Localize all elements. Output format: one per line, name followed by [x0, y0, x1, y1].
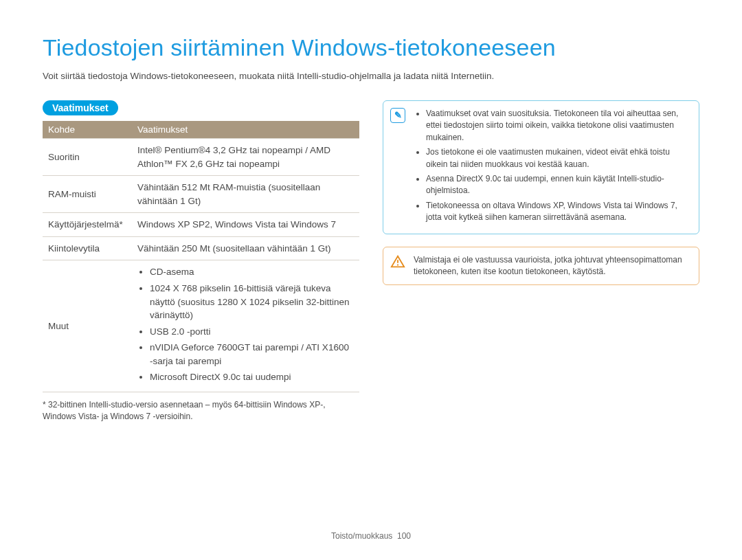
page-number: 100 [397, 531, 411, 541]
note-item: Asenna DirectX 9.0c tai uudempi, ennen k… [426, 173, 689, 197]
cell-value: CD-asema 1024 X 768 pikselin 16-bittisiä… [132, 260, 359, 392]
cell-label: Muut [43, 260, 132, 392]
table-row: Kiintolevytila Vähintään 250 Mt (suosite… [43, 236, 359, 260]
cell-label: Kiintolevytila [43, 236, 132, 260]
requirements-table: Kohde Vaatimukset Suoritin Intel® Pentiu… [43, 121, 359, 392]
cell-value: Vähintään 512 Mt RAM-muistia (suositella… [132, 176, 359, 213]
page-title: Tiedostojen siirtäminen Windows-tietokon… [43, 34, 699, 61]
intro-text: Voit siirtää tiedostoja Windows-tietokon… [43, 71, 699, 81]
warning-icon [390, 254, 405, 269]
cell-value: Vähintään 250 Mt (suositellaan vähintään… [132, 236, 359, 260]
page-footer: Toisto/muokkaus 100 [0, 531, 742, 541]
note-item: Vaatimukset ovat vain suosituksia. Tieto… [426, 108, 689, 144]
warning-text: Valmistaja ei ole vastuussa vaurioista, … [414, 254, 689, 278]
note-item: Tietokoneessa on oltava Windows XP, Wind… [426, 200, 689, 224]
list-item: nVIDIA Geforce 7600GT tai parempi / ATI … [150, 341, 354, 368]
note-item: Jos tietokone ei ole vaatimusten mukaine… [426, 146, 689, 170]
column-header-item: Kohde [43, 121, 132, 139]
list-item: CD-asema [150, 265, 354, 279]
note-callout: ✎ Vaatimukset ovat vain suosituksia. Tie… [383, 100, 699, 234]
cell-value: Intel® Pentium®4 3,2 GHz tai nopeampi / … [132, 139, 359, 176]
list-item: Microsoft DirectX 9.0c tai uudempi [150, 370, 354, 384]
table-row: Käyttöjärjestelmä* Windows XP SP2, Windo… [43, 213, 359, 237]
breadcrumb: Toisto/muokkaus [331, 531, 392, 541]
list-item: USB 2.0 -portti [150, 325, 354, 339]
table-row: RAM-muisti Vähintään 512 Mt RAM-muistia … [43, 176, 359, 213]
cell-value: Windows XP SP2, Windows Vista tai Window… [132, 213, 359, 237]
cell-label: RAM-muisti [43, 176, 132, 213]
section-heading: Vaatimukset [43, 100, 118, 115]
svg-point-1 [397, 264, 398, 265]
cell-label: Käyttöjärjestelmä* [43, 213, 132, 237]
table-row: Suoritin Intel® Pentium®4 3,2 GHz tai no… [43, 139, 359, 176]
list-item: 1024 X 768 pikselin 16-bittisiä värejä t… [150, 282, 354, 322]
note-icon: ✎ [390, 108, 405, 123]
warning-callout: Valmistaja ei ole vastuussa vaurioista, … [383, 247, 699, 286]
footnote: * 32-bittinen Intelli-studio-versio asen… [43, 399, 359, 423]
cell-label: Suoritin [43, 139, 132, 176]
column-header-requirement: Vaatimukset [132, 121, 359, 139]
table-row: Muut CD-asema 1024 X 768 pikselin 16-bit… [43, 260, 359, 392]
